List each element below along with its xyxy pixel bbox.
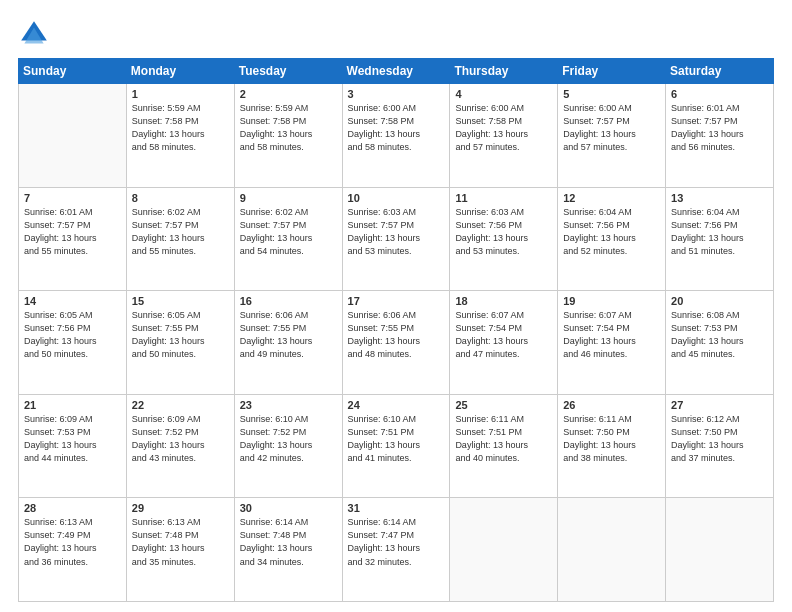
day-cell: 30Sunrise: 6:14 AM Sunset: 7:48 PM Dayli…: [234, 498, 342, 602]
day-cell: 14Sunrise: 6:05 AM Sunset: 7:56 PM Dayli…: [19, 291, 127, 395]
weekday-tuesday: Tuesday: [234, 59, 342, 84]
day-info: Sunrise: 6:02 AM Sunset: 7:57 PM Dayligh…: [240, 206, 337, 258]
day-cell: 26Sunrise: 6:11 AM Sunset: 7:50 PM Dayli…: [558, 394, 666, 498]
day-info: Sunrise: 6:11 AM Sunset: 7:50 PM Dayligh…: [563, 413, 660, 465]
day-info: Sunrise: 6:10 AM Sunset: 7:52 PM Dayligh…: [240, 413, 337, 465]
day-info: Sunrise: 6:13 AM Sunset: 7:49 PM Dayligh…: [24, 516, 121, 568]
day-number: 24: [348, 399, 445, 411]
logo: [18, 18, 56, 50]
day-number: 15: [132, 295, 229, 307]
day-cell: [666, 498, 774, 602]
day-number: 20: [671, 295, 768, 307]
day-cell: 9Sunrise: 6:02 AM Sunset: 7:57 PM Daylig…: [234, 187, 342, 291]
day-number: 8: [132, 192, 229, 204]
day-cell: 29Sunrise: 6:13 AM Sunset: 7:48 PM Dayli…: [126, 498, 234, 602]
day-number: 22: [132, 399, 229, 411]
day-number: 14: [24, 295, 121, 307]
day-info: Sunrise: 6:09 AM Sunset: 7:52 PM Dayligh…: [132, 413, 229, 465]
day-cell: 22Sunrise: 6:09 AM Sunset: 7:52 PM Dayli…: [126, 394, 234, 498]
day-cell: 24Sunrise: 6:10 AM Sunset: 7:51 PM Dayli…: [342, 394, 450, 498]
day-info: Sunrise: 6:11 AM Sunset: 7:51 PM Dayligh…: [455, 413, 552, 465]
day-number: 31: [348, 502, 445, 514]
day-number: 9: [240, 192, 337, 204]
day-info: Sunrise: 6:00 AM Sunset: 7:57 PM Dayligh…: [563, 102, 660, 154]
day-cell: 4Sunrise: 6:00 AM Sunset: 7:58 PM Daylig…: [450, 84, 558, 188]
day-info: Sunrise: 6:06 AM Sunset: 7:55 PM Dayligh…: [240, 309, 337, 361]
day-cell: 27Sunrise: 6:12 AM Sunset: 7:50 PM Dayli…: [666, 394, 774, 498]
day-cell: [19, 84, 127, 188]
day-number: 19: [563, 295, 660, 307]
day-info: Sunrise: 6:01 AM Sunset: 7:57 PM Dayligh…: [671, 102, 768, 154]
weekday-saturday: Saturday: [666, 59, 774, 84]
day-cell: 7Sunrise: 6:01 AM Sunset: 7:57 PM Daylig…: [19, 187, 127, 291]
day-info: Sunrise: 6:14 AM Sunset: 7:48 PM Dayligh…: [240, 516, 337, 568]
day-number: 10: [348, 192, 445, 204]
weekday-monday: Monday: [126, 59, 234, 84]
day-number: 7: [24, 192, 121, 204]
day-info: Sunrise: 6:10 AM Sunset: 7:51 PM Dayligh…: [348, 413, 445, 465]
day-cell: 3Sunrise: 6:00 AM Sunset: 7:58 PM Daylig…: [342, 84, 450, 188]
day-cell: 10Sunrise: 6:03 AM Sunset: 7:57 PM Dayli…: [342, 187, 450, 291]
day-number: 21: [24, 399, 121, 411]
weekday-sunday: Sunday: [19, 59, 127, 84]
day-number: 27: [671, 399, 768, 411]
day-info: Sunrise: 6:05 AM Sunset: 7:56 PM Dayligh…: [24, 309, 121, 361]
day-number: 26: [563, 399, 660, 411]
day-cell: 13Sunrise: 6:04 AM Sunset: 7:56 PM Dayli…: [666, 187, 774, 291]
day-cell: 25Sunrise: 6:11 AM Sunset: 7:51 PM Dayli…: [450, 394, 558, 498]
day-cell: 17Sunrise: 6:06 AM Sunset: 7:55 PM Dayli…: [342, 291, 450, 395]
day-cell: 8Sunrise: 6:02 AM Sunset: 7:57 PM Daylig…: [126, 187, 234, 291]
day-number: 6: [671, 88, 768, 100]
day-cell: 2Sunrise: 5:59 AM Sunset: 7:58 PM Daylig…: [234, 84, 342, 188]
weekday-friday: Friday: [558, 59, 666, 84]
day-cell: 1Sunrise: 5:59 AM Sunset: 7:58 PM Daylig…: [126, 84, 234, 188]
day-cell: 5Sunrise: 6:00 AM Sunset: 7:57 PM Daylig…: [558, 84, 666, 188]
day-number: 18: [455, 295, 552, 307]
day-info: Sunrise: 6:03 AM Sunset: 7:57 PM Dayligh…: [348, 206, 445, 258]
calendar-table: SundayMondayTuesdayWednesdayThursdayFrid…: [18, 58, 774, 602]
day-info: Sunrise: 6:14 AM Sunset: 7:47 PM Dayligh…: [348, 516, 445, 568]
day-number: 2: [240, 88, 337, 100]
day-info: Sunrise: 6:01 AM Sunset: 7:57 PM Dayligh…: [24, 206, 121, 258]
day-info: Sunrise: 6:12 AM Sunset: 7:50 PM Dayligh…: [671, 413, 768, 465]
day-number: 12: [563, 192, 660, 204]
day-info: Sunrise: 6:13 AM Sunset: 7:48 PM Dayligh…: [132, 516, 229, 568]
day-number: 30: [240, 502, 337, 514]
week-row-5: 28Sunrise: 6:13 AM Sunset: 7:49 PM Dayli…: [19, 498, 774, 602]
day-cell: 6Sunrise: 6:01 AM Sunset: 7:57 PM Daylig…: [666, 84, 774, 188]
weekday-thursday: Thursday: [450, 59, 558, 84]
logo-icon: [18, 18, 50, 50]
day-info: Sunrise: 6:06 AM Sunset: 7:55 PM Dayligh…: [348, 309, 445, 361]
weekday-wednesday: Wednesday: [342, 59, 450, 84]
week-row-2: 7Sunrise: 6:01 AM Sunset: 7:57 PM Daylig…: [19, 187, 774, 291]
day-cell: 23Sunrise: 6:10 AM Sunset: 7:52 PM Dayli…: [234, 394, 342, 498]
week-row-1: 1Sunrise: 5:59 AM Sunset: 7:58 PM Daylig…: [19, 84, 774, 188]
day-cell: 12Sunrise: 6:04 AM Sunset: 7:56 PM Dayli…: [558, 187, 666, 291]
day-cell: 19Sunrise: 6:07 AM Sunset: 7:54 PM Dayli…: [558, 291, 666, 395]
header: [18, 18, 774, 50]
day-info: Sunrise: 6:02 AM Sunset: 7:57 PM Dayligh…: [132, 206, 229, 258]
page: SundayMondayTuesdayWednesdayThursdayFrid…: [0, 0, 792, 612]
day-cell: 31Sunrise: 6:14 AM Sunset: 7:47 PM Dayli…: [342, 498, 450, 602]
day-info: Sunrise: 5:59 AM Sunset: 7:58 PM Dayligh…: [240, 102, 337, 154]
day-info: Sunrise: 6:04 AM Sunset: 7:56 PM Dayligh…: [671, 206, 768, 258]
day-cell: 20Sunrise: 6:08 AM Sunset: 7:53 PM Dayli…: [666, 291, 774, 395]
weekday-header-row: SundayMondayTuesdayWednesdayThursdayFrid…: [19, 59, 774, 84]
day-info: Sunrise: 6:07 AM Sunset: 7:54 PM Dayligh…: [455, 309, 552, 361]
day-number: 5: [563, 88, 660, 100]
day-number: 23: [240, 399, 337, 411]
day-cell: 11Sunrise: 6:03 AM Sunset: 7:56 PM Dayli…: [450, 187, 558, 291]
day-info: Sunrise: 6:07 AM Sunset: 7:54 PM Dayligh…: [563, 309, 660, 361]
day-number: 13: [671, 192, 768, 204]
day-number: 25: [455, 399, 552, 411]
day-cell: 16Sunrise: 6:06 AM Sunset: 7:55 PM Dayli…: [234, 291, 342, 395]
day-info: Sunrise: 6:05 AM Sunset: 7:55 PM Dayligh…: [132, 309, 229, 361]
day-number: 3: [348, 88, 445, 100]
day-number: 1: [132, 88, 229, 100]
day-info: Sunrise: 6:08 AM Sunset: 7:53 PM Dayligh…: [671, 309, 768, 361]
week-row-3: 14Sunrise: 6:05 AM Sunset: 7:56 PM Dayli…: [19, 291, 774, 395]
day-cell: [558, 498, 666, 602]
day-info: Sunrise: 6:03 AM Sunset: 7:56 PM Dayligh…: [455, 206, 552, 258]
day-cell: 21Sunrise: 6:09 AM Sunset: 7:53 PM Dayli…: [19, 394, 127, 498]
day-info: Sunrise: 6:00 AM Sunset: 7:58 PM Dayligh…: [455, 102, 552, 154]
